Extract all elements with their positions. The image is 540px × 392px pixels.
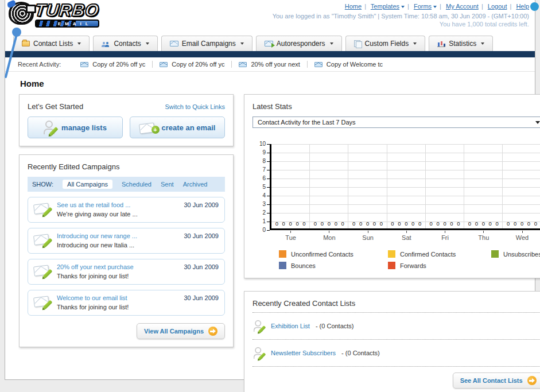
x-axis-label: Fri [426,230,464,241]
left-column: Let's Get Started Switch to Quick Links … [19,94,234,347]
y-axis-tick-label: 3 [262,201,266,207]
bar-value-label: 0 [405,220,407,227]
switch-quick-links-link[interactable]: Switch to Quick Links [165,103,225,110]
legend-item: Unconfirmed Contacts [279,250,388,258]
tab-statistics[interactable]: Statistics [429,36,493,51]
legend-label: Confirmed Contacts [400,251,456,258]
bar-value-label: 0 [514,220,516,227]
logo-title: TURBO [34,2,100,19]
login-status-text: You are logged in as "Timothy Smith" | S… [273,13,529,20]
legend-swatch-icon [491,250,499,258]
dropdown-caret-icon [401,6,405,8]
nav-separator: | [481,3,483,10]
envelope-pencil-icon [34,232,51,245]
nav-link-templates[interactable]: Templates [371,3,399,10]
recent-activity-item-label: Copy of 20% off yc [92,61,145,68]
y-axis-tick-label: 5 [262,184,266,190]
tab-label: Custom Fields [365,40,409,48]
tab-contact-lists[interactable]: Contact Lists [13,36,90,51]
filter-archived[interactable]: Archived [183,181,208,188]
bar-value-label: 0 [366,220,369,227]
campaign-title-link[interactable]: See us at the retail food ... [57,201,178,208]
recent-activity-item-label: 20% off your next [251,61,300,68]
campaign-title-link[interactable]: Welcome to our email list [57,294,178,301]
contact-list-item[interactable]: Exhibition List - (0 Contacts) [252,317,540,335]
y-axis-tick-label: 10 [259,141,266,147]
see-all-contact-lists-label: See All Contact Lists [460,377,523,384]
tab-email-campaigns[interactable]: Email Campaigns [161,36,252,51]
main-content: Home Let's Get Started Switch to Quick L… [5,72,535,392]
dropdown-caret-icon [77,42,81,45]
latest-stats-title: Latest Stats [252,102,540,111]
recent-activity-item[interactable]: Copy of 20% off yc [73,61,153,68]
recent-activity-item[interactable]: 20% off your next [232,61,307,68]
filter-scheduled[interactable]: Scheduled [122,181,151,188]
campaign-subtitle: We're giving away our late ... [57,211,138,218]
tab-custom-fields[interactable]: Custom Fields [345,36,426,51]
filter-sent[interactable]: Sent [161,181,174,188]
campaign-date: 30 Jun 2009 [184,201,219,208]
nav-link-logout[interactable]: Logout [488,3,507,10]
envelope-pencil-icon [34,294,51,307]
orange-arrow-icon [527,376,537,385]
bar-value-label: 0 [391,220,394,227]
bar-value-label: 0 [507,220,510,227]
legend-label: Unsubscribes [503,251,540,258]
recent-activity-item[interactable]: Copy of 20% off yc [153,61,232,68]
tab-autoresponders[interactable]: Autoresponders [256,36,342,51]
show-label: SHOW: [32,181,53,188]
recent-contact-lists-title: Recently Created Contact Lists [252,299,540,308]
nav-link-my-account[interactable]: My Account [446,3,479,10]
y-axis-tick-label: 7 [262,166,266,173]
nav-separator: | [510,3,511,10]
recent-activity-item-label: Copy of Welcome tc [327,61,383,68]
bar-value-label: 0 [475,220,478,227]
create-email-label: create an email [162,123,216,132]
bar-value-label: 0 [282,220,285,227]
manage-lists-button[interactable]: manage lists [28,117,123,138]
x-axis-label: Wed [503,230,540,241]
person-pencil-icon [254,347,265,359]
x-axis-label: Sat [387,230,426,241]
contact-list-link[interactable]: Exhibition List [271,323,310,329]
get-started-panel: Let's Get Started Switch to Quick Links … [19,94,234,146]
contact-list-link[interactable]: Newsletter Subscribers [271,350,336,356]
nav-link-forms[interactable]: Forms [414,3,432,10]
turbo-logo-icon [9,2,34,25]
recent-activity-item[interactable]: Copy of Welcome tc [308,61,390,68]
bar-value-label: 0 [373,220,376,227]
bar-value-label: 0 [321,220,324,227]
contact-list-item[interactable]: Newsletter Subscribers - (0 Contacts) [252,344,540,362]
dropdown-caret-icon [433,6,437,8]
bar-value-label: 0 [450,220,453,227]
x-axis-label: Mon [310,230,348,241]
bar-value-label: 0 [495,220,498,227]
view-all-campaigns-label: View All Campaigns [144,328,204,335]
campaign-list-item[interactable]: Introducing our new range ... Introducin… [28,228,225,254]
stats-dropdown-value: Contact Activity for the Last 7 Days [258,119,356,126]
legend-swatch-icon [388,250,395,258]
campaign-list-item[interactable]: 20% off your next purchase Thanks for jo… [28,259,225,285]
annotation-dot-icon [530,2,539,11]
tab-contacts[interactable]: Contacts [93,36,157,51]
bar-value-label: 0 [527,220,530,227]
create-email-button[interactable]: + create an email [130,117,225,138]
chart-day-group: 00000 [310,144,348,228]
legend-label: Bounces [291,262,316,269]
filter-all-campaigns[interactable]: All Campaigns [63,180,112,189]
nav-link-help[interactable]: Help [516,3,529,10]
campaign-list-item[interactable]: Welcome to our email list Thanks for joi… [28,290,225,316]
bar-value-label: 0 [418,220,421,227]
navy-divider-bar [5,51,535,57]
nav-link-home[interactable]: Home [345,3,362,10]
view-all-campaigns-button[interactable]: View All Campaigns [137,323,225,339]
see-all-contact-lists-button[interactable]: See All Contact Lists [453,372,540,389]
stats-report-dropdown[interactable]: Contact Activity for the Last 7 Days [252,117,540,128]
bar-value-label: 0 [380,220,383,227]
campaign-title-link[interactable]: Introducing our new range ... [57,232,178,239]
dropdown-caret-icon [481,42,484,45]
envelope-plus-icon: + [139,121,157,134]
campaign-title-link[interactable]: 20% off your next purchase [57,263,178,270]
person-pencil-icon [44,121,56,134]
campaign-list-item[interactable]: See us at the retail food ... We're givi… [28,197,225,223]
